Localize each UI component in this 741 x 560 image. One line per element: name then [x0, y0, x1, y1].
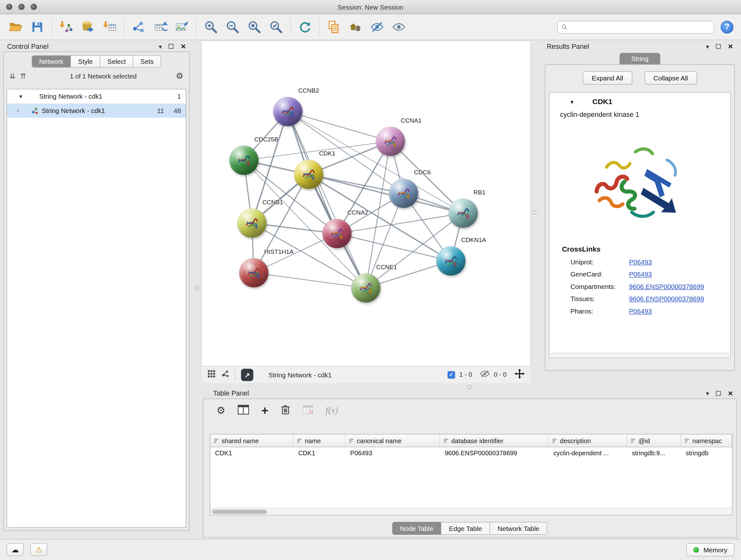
title-bar[interactable]: Session: New Session: [0, 0, 741, 14]
expand-all-button[interactable]: Expand All: [583, 71, 632, 84]
float-panel-icon[interactable]: ▾: [706, 390, 709, 396]
expand-all-icon[interactable]: ⇈: [20, 72, 26, 80]
column-header-name[interactable]: name: [293, 435, 346, 447]
save-session-button[interactable]: [26, 17, 48, 37]
column-header-namespace[interactable]: namespac: [681, 435, 732, 447]
table-settings-gear-icon[interactable]: ⚙: [216, 405, 225, 416]
maximize-panel-icon[interactable]: [716, 44, 721, 49]
new-network-from-selection-button[interactable]: [128, 17, 149, 37]
refresh-view-button[interactable]: [294, 17, 316, 37]
sort-icon: [213, 438, 219, 443]
network-node-ccne1[interactable]: [351, 273, 381, 303]
network-node-cdc25b[interactable]: [229, 145, 259, 175]
column-header-canonical-name[interactable]: canonical name: [346, 435, 440, 447]
function-builder-icon[interactable]: f(x): [326, 405, 338, 416]
tab-node-table[interactable]: Node Table: [392, 522, 441, 535]
tab-string[interactable]: String: [619, 53, 660, 64]
splitter-handle[interactable]: [532, 210, 536, 214]
network-row[interactable]: ● String Network - cdk1 11 48: [7, 104, 186, 118]
crosslink-compartments-link[interactable]: 9606.ENSP00000378699: [629, 283, 704, 291]
collapse-gene-icon[interactable]: ▾: [570, 98, 574, 105]
import-table-button[interactable]: [98, 17, 120, 37]
show-selected-button[interactable]: [388, 17, 410, 37]
network-node-cdc6[interactable]: [389, 179, 418, 208]
copy-document-button[interactable]: [323, 17, 344, 37]
crosslink-tissues-link[interactable]: 9606.ENSP00000378699: [629, 295, 704, 303]
splitter-handle[interactable]: [195, 286, 199, 290]
tab-network-table[interactable]: Network Table: [489, 522, 547, 535]
column-header-id[interactable]: @id: [627, 435, 681, 447]
delete-column-trash-icon[interactable]: [281, 404, 290, 417]
tab-network[interactable]: Network: [31, 55, 71, 68]
export-image-button[interactable]: [171, 17, 193, 37]
close-window-button[interactable]: [6, 4, 12, 10]
gear-icon[interactable]: ⚙: [176, 71, 184, 81]
tree-expanded-icon[interactable]: ▾: [19, 93, 22, 100]
maximize-panel-icon[interactable]: [716, 391, 721, 396]
network-overview-icon[interactable]: [221, 370, 229, 380]
show-all-networks-button[interactable]: [345, 17, 366, 37]
float-panel-icon[interactable]: ▾: [706, 43, 709, 49]
annotation-mode-button[interactable]: ↗: [241, 368, 253, 381]
collapse-all-button[interactable]: Collapse All: [644, 71, 697, 84]
import-network-database-button[interactable]: [77, 17, 98, 37]
results-scrollbar[interactable]: [550, 353, 729, 357]
crosslink-uniprot-link[interactable]: P06493: [629, 258, 652, 266]
search-field[interactable]: [557, 20, 714, 33]
tab-edge-table[interactable]: Edge Table: [441, 522, 490, 535]
network-node-ccnb2[interactable]: [273, 97, 302, 126]
zoom-in-button[interactable]: [200, 17, 221, 37]
cloud-button[interactable]: ☁: [7, 543, 23, 556]
column-header-description[interactable]: description: [549, 435, 627, 447]
search-input[interactable]: [570, 23, 710, 30]
network-canvas[interactable]: CCNB2CCNA1CDC25BCDK1CDC6RB1CCNB1CCNA2CDK…: [202, 41, 530, 366]
cell-canonical-name: P06493: [346, 447, 440, 460]
splitter-handle[interactable]: [468, 385, 472, 389]
hidden-eye-slash-icon[interactable]: [480, 370, 490, 379]
birds-eye-grid-icon[interactable]: [207, 370, 215, 380]
crosslink-pharos-link[interactable]: P06493: [629, 307, 652, 315]
network-collection-row[interactable]: ▾ String Network - cdk1 1: [7, 89, 186, 104]
help-button[interactable]: ?: [721, 20, 733, 33]
clone-network-button[interactable]: [149, 17, 171, 37]
network-node-ccnb1[interactable]: [237, 208, 266, 238]
crosslink-row: Pharos: P06493: [549, 305, 730, 317]
close-panel-icon[interactable]: ×: [181, 42, 186, 51]
fit-selected-crosshair-icon[interactable]: [515, 369, 525, 381]
tab-style[interactable]: Style: [71, 55, 100, 68]
network-node-ccna2[interactable]: [322, 219, 352, 248]
zoom-fit-button[interactable]: [244, 17, 265, 37]
tab-sets[interactable]: Sets: [133, 55, 161, 68]
warnings-button[interactable]: ⚠: [30, 543, 47, 556]
zoom-window-button[interactable]: [30, 4, 37, 10]
column-header-shared-name[interactable]: shared name: [210, 435, 293, 447]
tab-select[interactable]: Select: [100, 55, 133, 68]
main-toolbar: ?: [0, 14, 741, 40]
import-network-button[interactable]: [55, 17, 77, 37]
minimize-window-button[interactable]: [18, 4, 24, 10]
maximize-panel-icon[interactable]: [169, 44, 174, 49]
network-node-ccna1[interactable]: [376, 127, 405, 156]
hide-selected-button[interactable]: [366, 17, 388, 37]
show-columns-icon[interactable]: [238, 405, 249, 416]
network-node-hist1h1a[interactable]: [239, 258, 268, 288]
network-node-rb1[interactable]: [448, 199, 478, 228]
network-node-cdkn1a[interactable]: [436, 246, 466, 276]
table-row[interactable]: CDK1 CDK1 P06493 9606.ENSP00000378699 cy…: [210, 447, 732, 460]
float-panel-icon[interactable]: ▾: [158, 43, 162, 49]
column-header-database-identifier[interactable]: database identifier: [440, 435, 549, 447]
crosslink-genecard-link[interactable]: P06493: [629, 270, 652, 278]
selected-nodes-checkbox-icon[interactable]: ✓: [448, 371, 455, 379]
collapse-all-icon[interactable]: ⇊: [10, 72, 16, 80]
horizontal-scrollbar[interactable]: [210, 508, 732, 515]
open-session-button[interactable]: [5, 17, 26, 37]
close-panel-icon[interactable]: ×: [728, 42, 733, 51]
scrollbar-thumb[interactable]: [212, 509, 267, 514]
zoom-selected-button[interactable]: [265, 17, 287, 37]
add-column-icon[interactable]: +: [261, 406, 268, 415]
close-panel-icon[interactable]: ×: [728, 389, 733, 398]
network-node-label: CCNB2: [298, 87, 319, 94]
zoom-out-button[interactable]: [222, 17, 244, 37]
memory-button[interactable]: Memory: [686, 543, 734, 556]
network-node-cdk1[interactable]: [294, 160, 323, 189]
